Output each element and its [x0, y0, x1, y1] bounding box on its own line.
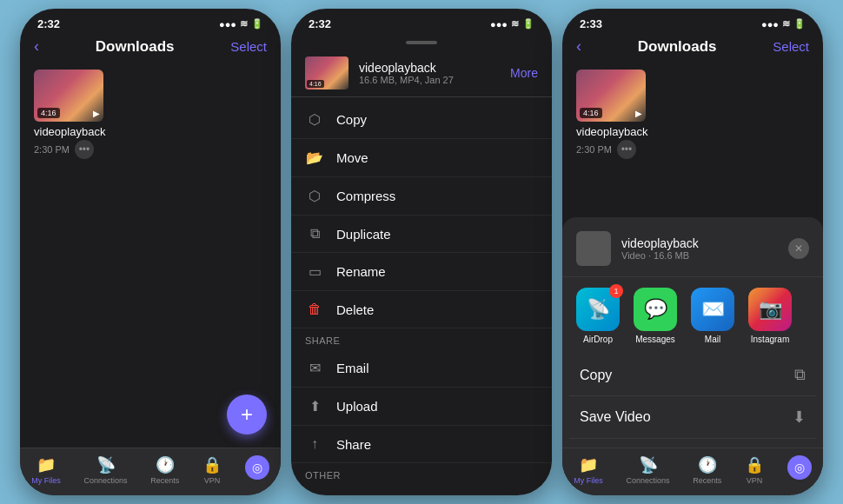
tab-recents-right[interactable]: 🕐 Recents [693, 455, 721, 485]
time-right: 2:33 [580, 17, 602, 30]
duplicate-label: Duplicate [336, 227, 391, 242]
back-button-right[interactable]: ‹ [576, 37, 581, 56]
app-icon-mail[interactable]: ✉️ Mail [691, 288, 734, 344]
signal-middle: ●●● [490, 19, 508, 30]
menu-email[interactable]: ✉ Email [291, 349, 552, 388]
wifi-right: ≋ [782, 18, 790, 30]
wifi-left: ≋ [240, 18, 248, 30]
file-name-left: videoplayback [34, 125, 105, 138]
compress-label: Compress [336, 189, 395, 203]
app-icon-instagram[interactable]: 📷 Instagram [748, 288, 792, 344]
app-icon-messages[interactable]: 💬 Messages [634, 288, 677, 344]
rename-label: Rename [336, 264, 386, 279]
share-file-header: videoplayback Video · 16.6 MB ✕ [562, 224, 823, 277]
menu-move[interactable]: 📂 Move [291, 139, 552, 177]
share-label: Share [336, 437, 371, 452]
move-label: Move [336, 150, 368, 165]
share-icon: ↑ [305, 436, 324, 452]
rename-icon: ▭ [305, 263, 324, 280]
delete-icon: 🗑 [305, 302, 324, 317]
select-button-left[interactable]: Select [230, 39, 267, 54]
connections-icon-left: 📡 [96, 455, 116, 474]
share-file-meta: Video · 16.6 MB [621, 250, 778, 261]
save-video-icon: ⬇ [793, 408, 806, 427]
mail-icon: ✉️ [691, 288, 734, 331]
upload-label: Upload [336, 399, 378, 414]
menu-delete[interactable]: 🗑 Delete [291, 291, 552, 328]
menu-share[interactable]: ↑ Share [291, 426, 552, 463]
tab-label-recents: Recents [150, 476, 179, 485]
signal-left: ●●● [219, 19, 236, 30]
tab-my-files-right[interactable]: 📁 My Files [574, 455, 603, 485]
tab-label-cn-right: Connections [627, 476, 670, 485]
airdrop-label: AirDrop [583, 335, 613, 344]
tab-label-vp-right: VPN [747, 476, 763, 485]
messages-icon: 💬 [634, 288, 677, 331]
tab-recents-left[interactable]: 🕐 Recents [150, 455, 179, 485]
share-close-button[interactable]: ✕ [788, 238, 809, 259]
tab-compass-left[interactable]: ◎ [245, 455, 269, 485]
duplicate-icon: ⧉ [305, 226, 324, 242]
menu-rename[interactable]: ▭ Rename [291, 253, 552, 291]
share-copy-label: Copy [580, 368, 612, 383]
menu-duplicate[interactable]: ⧉ Duplicate [291, 216, 552, 253]
tab-vpn-right[interactable]: 🔒 VPN [745, 455, 764, 485]
other-section-label: OTHER [291, 463, 552, 484]
tab-connections-right[interactable]: 📡 Connections [627, 455, 670, 485]
file-time-right: 2:30 PM [576, 144, 612, 155]
share-file-name: videoplayback [621, 236, 778, 250]
file-item-left[interactable]: 4:16 ▶ videoplayback 2:30 PM ••• [34, 70, 267, 159]
menu-compress[interactable]: ⬡ Compress [291, 177, 552, 216]
share-file-info: videoplayback Video · 16.6 MB [621, 236, 778, 261]
recents-icon-left: 🕐 [156, 455, 175, 474]
copy-label: Copy [336, 112, 367, 127]
file-more-btn-right[interactable]: ••• [617, 140, 636, 159]
move-icon: 📂 [305, 149, 324, 166]
color-tag-label: Mark With Color Tag [336, 495, 455, 496]
play-icon-right: ▶ [635, 109, 642, 118]
tab-label-rc-right: Recents [693, 476, 721, 485]
file-item-right[interactable]: 4:16 ▶ videoplayback 2:30 PM ••• [576, 70, 809, 159]
share-section-label: SHARE [291, 328, 552, 349]
tab-compass-right[interactable]: ◎ [787, 455, 812, 485]
drag-handle [406, 41, 437, 44]
nav-bar-left: ‹ Downloads Select [20, 34, 281, 63]
menu-color-tag[interactable]: 🏷 Mark With Color Tag [291, 484, 552, 495]
context-more-btn[interactable]: More [510, 66, 538, 80]
menu-upload[interactable]: ⬆ Upload [291, 388, 552, 426]
battery-middle: 🔋 [522, 18, 534, 30]
save-video-label: Save Video [580, 409, 651, 425]
status-icons-right: ●●● ≋ 🔋 [761, 18, 806, 30]
context-thumbnail: 4:16 [305, 56, 348, 90]
signal-right: ●●● [761, 19, 779, 30]
file-more-btn-left[interactable]: ••• [75, 140, 94, 159]
app-icon-airdrop[interactable]: 📡 1 AirDrop [576, 288, 620, 344]
vpn-icon-right: 🔒 [745, 455, 764, 474]
time-left: 2:32 [37, 17, 60, 30]
tab-vpn-left[interactable]: 🔒 VPN [202, 455, 222, 485]
context-file-info: videoplayback 16.6 MB, MP4, Jan 27 [359, 61, 500, 85]
menu-copy[interactable]: ⬡ Copy [291, 101, 552, 139]
file-time-left: 2:30 PM [34, 144, 70, 155]
folder-icon-right: 📁 [579, 455, 598, 474]
play-icon-left: ▶ [93, 109, 100, 118]
folder-icon-left: 📁 [37, 455, 56, 474]
delete-label: Delete [336, 302, 374, 317]
share-action-copy[interactable]: Copy ⧉ [569, 355, 816, 396]
compass-icon-right: ◎ [787, 455, 812, 480]
status-icons-middle: ●●● ≋ 🔋 [490, 18, 534, 30]
share-thumbnail [576, 231, 611, 266]
upload-icon: ⬆ [305, 398, 324, 414]
status-bar-middle: 2:32 ●●● ≋ 🔋 [291, 9, 552, 34]
share-action-save-video[interactable]: Save Video ⬇ [569, 396, 816, 439]
select-button-right[interactable]: Select [773, 39, 809, 54]
back-button-left[interactable]: ‹ [34, 37, 39, 56]
fab-button-left[interactable]: + [227, 395, 267, 434]
tab-connections-left[interactable]: 📡 Connections [84, 455, 128, 485]
battery-right: 🔋 [793, 18, 806, 30]
nav-bar-right: ‹ Downloads Select [562, 34, 823, 63]
tab-my-files-left[interactable]: 📁 My Files [31, 455, 61, 485]
airdrop-icon: 📡 1 [576, 288, 620, 331]
time-middle: 2:32 [309, 17, 331, 30]
wifi-middle: ≋ [511, 18, 519, 30]
